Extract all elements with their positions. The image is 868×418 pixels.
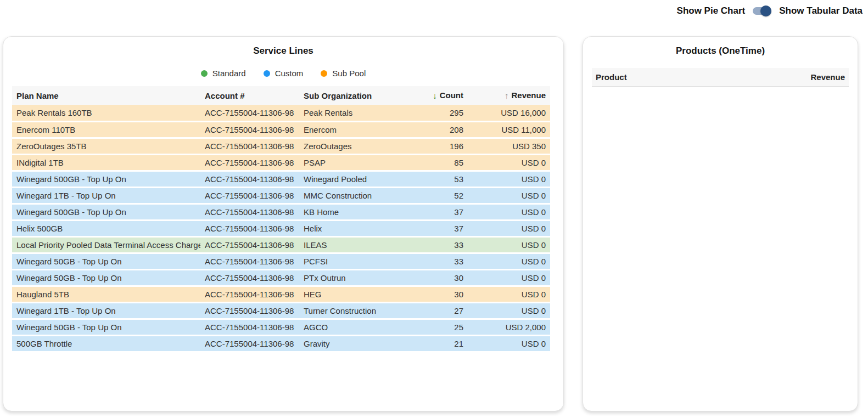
cell-sub-org: KB Home xyxy=(299,204,421,220)
cell-revenue: USD 0 xyxy=(468,220,550,236)
products-table-body xyxy=(583,87,858,306)
col-header-product: Product xyxy=(596,72,627,82)
view-toggle-switch[interactable] xyxy=(753,5,771,16)
col-header-count[interactable]: ↓Count xyxy=(421,86,468,105)
table-header-row: Plan Name Account # Sub Organization ↓Co… xyxy=(12,86,550,105)
cell-plan: Winegard 500GB - Top Up On xyxy=(12,204,200,220)
table-row: Winegard 1TB - Top Up OnACC-7155004-1130… xyxy=(12,187,550,204)
cell-revenue: USD 0 xyxy=(468,269,550,286)
cell-plan: Winegard 50GB - Top Up On xyxy=(12,269,200,286)
cell-account: ACC-7155004-11306-98 xyxy=(200,335,299,352)
custom-dot-icon xyxy=(264,70,270,77)
cell-account: ACC-7155004-11306-98 xyxy=(200,286,299,302)
cell-count: 37 xyxy=(421,204,468,220)
cell-sub-org: PTx Outrun xyxy=(299,269,421,286)
view-toggle-bar: Show Pie Chart Show Tabular Data xyxy=(0,0,868,22)
cell-revenue: USD 0 xyxy=(468,302,550,319)
col-header-account[interactable]: Account # xyxy=(200,86,299,105)
cell-sub-org: Enercom xyxy=(299,121,421,138)
cell-revenue: USD 0 xyxy=(468,253,550,269)
standard-dot-icon xyxy=(201,70,208,77)
cell-plan: Winegard 50GB - Top Up On xyxy=(12,253,200,269)
cell-count: 52 xyxy=(421,187,468,204)
cell-count: 25 xyxy=(421,319,468,335)
service-lines-table-body: Peak Rentals 160TBACC-7155004-11306-98Pe… xyxy=(12,105,550,352)
service-lines-table-scroll[interactable]: Plan Name Account # Sub Organization ↓Co… xyxy=(12,86,555,379)
products-onetime-card: Products (OneTime) Product Revenue xyxy=(583,36,858,411)
legend-item-sub-pool: Sub Pool xyxy=(321,69,366,78)
sort-descending-arrow-icon: ↓ xyxy=(433,91,437,100)
sub-pool-dot-icon xyxy=(321,70,327,77)
table-row: Helix 500GBACC-7155004-11306-98Helix37US… xyxy=(12,220,550,236)
switch-thumb-icon xyxy=(760,5,771,16)
cell-revenue: USD 0 xyxy=(468,154,550,171)
service-lines-card: Service Lines Standard Custom Sub Pool xyxy=(3,36,564,411)
cell-revenue: USD 11,000 xyxy=(468,121,550,138)
cell-plan: INdigital 1TB xyxy=(12,154,200,171)
toggle-label-tabular-data[interactable]: Show Tabular Data xyxy=(779,5,863,16)
legend-label: Custom xyxy=(275,69,304,78)
cell-count: 33 xyxy=(421,253,468,269)
cell-count: 21 xyxy=(421,335,468,352)
legend-item-custom: Custom xyxy=(264,69,304,78)
cell-account: ACC-7155004-11306-98 xyxy=(200,236,299,253)
table-row: Winegard 500GB - Top Up OnACC-7155004-11… xyxy=(12,171,550,187)
cell-count: 33 xyxy=(421,236,468,253)
cell-revenue: USD 0 xyxy=(468,171,550,187)
cell-sub-org: Gravity xyxy=(299,335,421,352)
dashboard-cards: Service Lines Standard Custom Sub Pool xyxy=(3,36,868,411)
col-header-plan-name[interactable]: Plan Name xyxy=(12,86,200,105)
cell-account: ACC-7155004-11306-98 xyxy=(200,269,299,286)
col-header-product-revenue: Revenue xyxy=(810,72,845,82)
cell-count: 37 xyxy=(421,220,468,236)
cell-count: 53 xyxy=(421,171,468,187)
cell-sub-org: Helix xyxy=(299,220,421,236)
cell-revenue: USD 0 xyxy=(468,335,550,352)
table-row: Local Priority Pooled Data Terminal Acce… xyxy=(12,236,550,253)
cell-account: ACC-7155004-11306-98 xyxy=(200,154,299,171)
col-header-sub-organization[interactable]: Sub Organization xyxy=(299,86,421,105)
table-row: Haugland 5TBACC-7155004-11306-98HEG30USD… xyxy=(12,286,550,302)
cell-plan: Enercom 110TB xyxy=(12,121,200,138)
cell-revenue: USD 0 xyxy=(468,236,550,253)
cell-plan: Local Priority Pooled Data Terminal Acce… xyxy=(12,236,200,253)
cell-account: ACC-7155004-11306-98 xyxy=(200,121,299,138)
cell-sub-org: Winegard Pooled xyxy=(299,171,421,187)
cell-plan: Helix 500GB xyxy=(12,220,200,236)
cell-revenue: USD 2,000 xyxy=(468,319,550,335)
cell-count: 30 xyxy=(421,286,468,302)
cell-account: ACC-7155004-11306-98 xyxy=(200,253,299,269)
cell-sub-org: AGCO xyxy=(299,319,421,335)
table-row: Enercom 110TBACC-7155004-11306-98Enercom… xyxy=(12,121,550,138)
service-lines-table: Plan Name Account # Sub Organization ↓Co… xyxy=(12,86,550,353)
products-table-header: Product Revenue xyxy=(592,68,849,87)
cell-count: 27 xyxy=(421,302,468,319)
cell-account: ACC-7155004-11306-98 xyxy=(200,187,299,204)
col-header-revenue[interactable]: ↑Revenue xyxy=(468,86,550,105)
legend-label: Sub Pool xyxy=(332,69,366,78)
cell-sub-org: HEG xyxy=(299,286,421,302)
cell-sub-org: PCFSI xyxy=(299,253,421,269)
cell-count: 208 xyxy=(421,121,468,138)
cell-account: ACC-7155004-11306-98 xyxy=(200,138,299,154)
cell-count: 30 xyxy=(421,269,468,286)
cell-revenue: USD 350 xyxy=(468,138,550,154)
cell-sub-org: Peak Rentals xyxy=(299,105,421,121)
cell-sub-org: MMC Construction xyxy=(299,187,421,204)
legend-label: Standard xyxy=(212,69,246,78)
table-row: Winegard 50GB - Top Up OnACC-7155004-113… xyxy=(12,269,550,286)
cell-plan: Peak Rentals 160TB xyxy=(12,105,200,121)
cell-sub-org: ZeroOutages xyxy=(299,138,421,154)
table-row: Peak Rentals 160TBACC-7155004-11306-98Pe… xyxy=(12,105,550,121)
cell-revenue: USD 0 xyxy=(468,204,550,220)
cell-revenue: USD 0 xyxy=(468,187,550,204)
table-row: 500GB ThrottleACC-7155004-11306-98Gravit… xyxy=(12,335,550,352)
cell-plan: Winegard 1TB - Top Up On xyxy=(12,302,200,319)
scroll-spacer xyxy=(12,353,555,379)
cell-account: ACC-7155004-11306-98 xyxy=(200,319,299,335)
table-row: ZeroOutages 35TBACC-7155004-11306-98Zero… xyxy=(12,138,550,154)
table-row: Winegard 50GB - Top Up OnACC-7155004-113… xyxy=(12,253,550,269)
cell-plan: Winegard 50GB - Top Up On xyxy=(12,319,200,335)
toggle-label-pie-chart[interactable]: Show Pie Chart xyxy=(677,5,746,16)
cell-revenue: USD 16,000 xyxy=(468,105,550,121)
